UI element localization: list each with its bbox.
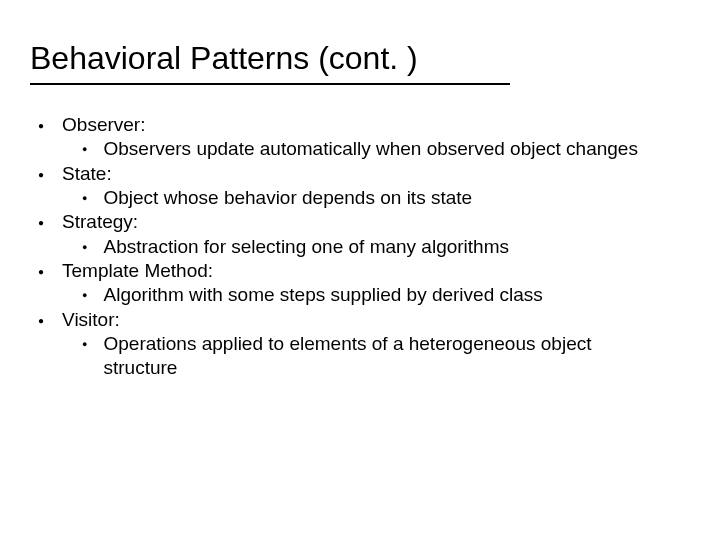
bullet-icon: ● [82, 290, 87, 302]
bullet-icon: ● [38, 120, 44, 133]
sub-list-item: ● Abstraction for selecting one of many … [82, 235, 690, 259]
item-title: Observer: [62, 113, 690, 137]
list-item: ● Strategy: ● Abstraction for selecting … [30, 210, 690, 259]
sub-list-item: ● Operations applied to elements of a he… [82, 332, 690, 381]
list-item: ● Visitor: ● Operations applied to eleme… [30, 308, 690, 381]
item-title: Strategy: [62, 210, 690, 234]
slide-title: Behavioral Patterns (cont. ) [30, 40, 510, 85]
item-title: Visitor: [62, 308, 690, 332]
bullet-icon: ● [38, 217, 44, 230]
bullet-icon: ● [82, 339, 87, 351]
bullet-icon: ● [38, 315, 44, 328]
bullet-icon: ● [38, 266, 44, 279]
item-title: Template Method: [62, 259, 690, 283]
slide-content: ● Observer: ● Observers update automatic… [30, 113, 690, 380]
bullet-icon: ● [82, 144, 87, 156]
list-item: ● Template Method: ● Algorithm with some… [30, 259, 690, 308]
slide: Behavioral Patterns (cont. ) ● Observer:… [0, 0, 720, 540]
sub-list-item: ● Algorithm with some steps supplied by … [82, 283, 690, 307]
list-item: ● Observer: ● Observers update automatic… [30, 113, 690, 162]
sub-list-item: ● Observers update automatically when ob… [82, 137, 690, 161]
sub-list-item: ● Object whose behavior depends on its s… [82, 186, 690, 210]
list-item: ● State: ● Object whose behavior depends… [30, 162, 690, 211]
bullet-icon: ● [82, 193, 87, 205]
item-desc: Operations applied to elements of a hete… [103, 332, 690, 381]
bullet-icon: ● [38, 169, 44, 182]
item-desc: Abstraction for selecting one of many al… [103, 235, 690, 259]
item-desc: Object whose behavior depends on its sta… [103, 186, 690, 210]
bullet-icon: ● [82, 242, 87, 254]
item-desc: Observers update automatically when obse… [103, 137, 690, 161]
item-desc: Algorithm with some steps supplied by de… [103, 283, 690, 307]
item-title: State: [62, 162, 690, 186]
